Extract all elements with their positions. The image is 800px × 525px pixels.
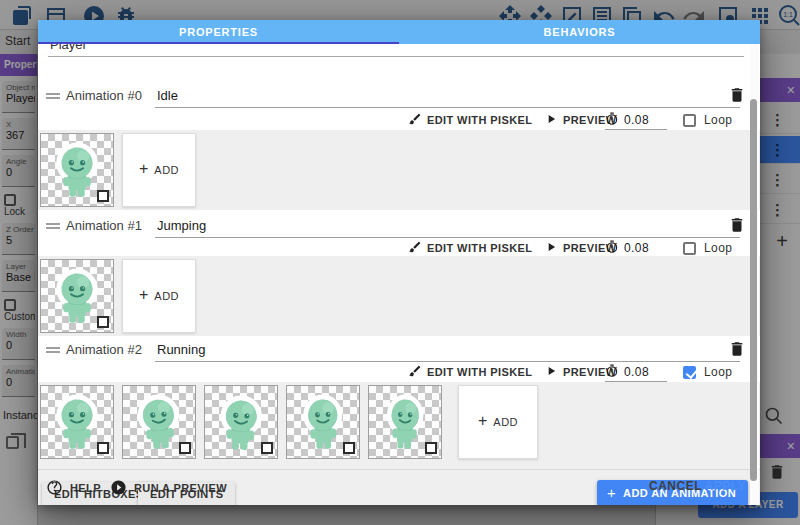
loop-checkbox[interactable] xyxy=(683,114,696,127)
play-icon xyxy=(544,240,558,254)
plus-icon: + xyxy=(139,160,148,178)
frame-delay-field[interactable]: 0.08 xyxy=(605,238,667,258)
edit-with-piskel-button[interactable]: EDIT WITH PISKEL xyxy=(408,362,532,382)
animation-name-field[interactable]: Running xyxy=(155,338,740,362)
loop-checkbox[interactable] xyxy=(683,366,696,379)
delete-animation-icon[interactable] xyxy=(728,215,746,235)
sprite-frame-thumbnail[interactable] xyxy=(40,259,114,333)
play-icon xyxy=(544,364,558,378)
add-frame-button[interactable]: +ADD xyxy=(122,259,196,333)
add-frame-button[interactable]: +ADD xyxy=(122,133,196,207)
animation-1-controls: EDIT WITH PISKEL PREVIEW 0.08 Loop xyxy=(38,238,760,258)
frame-select-checkbox[interactable] xyxy=(97,190,109,202)
sprite-frame-thumbnail[interactable] xyxy=(122,385,196,459)
frame-select-checkbox[interactable] xyxy=(97,316,109,328)
timer-icon xyxy=(605,240,619,254)
tab-properties[interactable]: PROPERTIES xyxy=(38,20,399,44)
brush-icon xyxy=(408,112,422,126)
dialog-tabbar: PROPERTIES BEHAVIORS xyxy=(38,20,760,44)
sprite-frame-thumbnail[interactable] xyxy=(204,385,278,459)
play-icon xyxy=(544,112,558,126)
frame-select-checkbox[interactable] xyxy=(343,442,355,454)
run-preview-button[interactable]: RUN A PREVIEW xyxy=(110,479,227,497)
add-frame-button[interactable]: +ADD xyxy=(458,385,538,459)
frame-delay-field[interactable]: 0.08 xyxy=(605,362,667,382)
frame-select-checkbox[interactable] xyxy=(179,442,191,454)
tab-behaviors[interactable]: BEHAVIORS xyxy=(399,20,760,44)
sprite-frame-thumbnail[interactable] xyxy=(286,385,360,459)
frame-delay-field[interactable]: 0.08 xyxy=(605,110,667,130)
drag-handle-icon[interactable] xyxy=(46,223,60,229)
animation-name-field[interactable]: Idle xyxy=(155,84,740,108)
frame-select-checkbox[interactable] xyxy=(425,442,437,454)
gdevelop-app: 1:1 Start Properties Object name Player … xyxy=(0,0,800,525)
animation-name-field[interactable]: Jumping xyxy=(155,214,740,238)
help-icon xyxy=(46,479,63,496)
animation-0-header: Animation #0 Idle xyxy=(38,82,760,110)
animation-0-frames: +ADD xyxy=(38,130,760,210)
brush-icon xyxy=(408,240,422,254)
animation-0-controls: EDIT WITH PISKEL PREVIEW 0.08 Loop xyxy=(38,110,760,130)
animation-label: Animation #1 xyxy=(66,218,142,233)
loop-control: Loop xyxy=(683,110,732,130)
play-circle-filled-icon xyxy=(110,479,127,496)
edit-with-piskel-button[interactable]: EDIT WITH PISKEL xyxy=(408,110,532,130)
drag-handle-icon[interactable] xyxy=(46,93,60,99)
sprite-frame-thumbnail[interactable] xyxy=(40,385,114,459)
frame-select-checkbox[interactable] xyxy=(261,442,273,454)
animation-label: Animation #2 xyxy=(66,342,142,357)
loop-label: Loop xyxy=(704,365,732,379)
loop-checkbox[interactable] xyxy=(683,242,696,255)
sprite-frame-thumbnail[interactable] xyxy=(40,133,114,207)
loop-label: Loop xyxy=(704,241,732,255)
plus-icon: + xyxy=(478,412,487,430)
delete-animation-icon[interactable] xyxy=(728,85,746,105)
animation-2-controls: EDIT WITH PISKEL PREVIEW 0.08 Loop xyxy=(38,362,760,382)
object-name-field[interactable]: Player xyxy=(48,44,744,57)
animation-1-frames: +ADD xyxy=(38,256,760,336)
apply-button[interactable]: APPLY xyxy=(705,479,746,493)
dialog-body: Player Animation #0 Idle EDIT WITH PISKE… xyxy=(38,44,760,505)
delete-animation-icon[interactable] xyxy=(728,339,746,359)
loop-control: Loop xyxy=(683,362,732,382)
animation-1-header: Animation #1 Jumping xyxy=(38,212,760,240)
drag-handle-icon[interactable] xyxy=(46,347,60,353)
dialog-footer: HELP RUN A PREVIEW CANCEL APPLY xyxy=(38,469,760,505)
animation-2-frames: +ADD xyxy=(38,382,760,462)
frame-select-checkbox[interactable] xyxy=(97,442,109,454)
timer-icon xyxy=(605,112,619,126)
animation-2-header: Animation #2 Running xyxy=(38,336,760,364)
loop-control: Loop xyxy=(683,238,732,258)
sprite-frame-thumbnail[interactable] xyxy=(368,385,442,459)
dialog-scrollbar-thumb[interactable] xyxy=(750,99,757,481)
object-editor-dialog: PROPERTIES BEHAVIORS Player Animation #0… xyxy=(38,20,760,505)
plus-icon: + xyxy=(139,286,148,304)
loop-label: Loop xyxy=(704,113,732,127)
cancel-button[interactable]: CANCEL xyxy=(649,479,702,493)
dialog-scrollbar-track[interactable] xyxy=(750,44,759,505)
animation-label: Animation #0 xyxy=(66,88,142,103)
edit-with-piskel-button[interactable]: EDIT WITH PISKEL xyxy=(408,238,532,258)
help-button[interactable]: HELP xyxy=(46,479,101,497)
brush-icon xyxy=(408,364,422,378)
timer-icon xyxy=(605,364,619,378)
